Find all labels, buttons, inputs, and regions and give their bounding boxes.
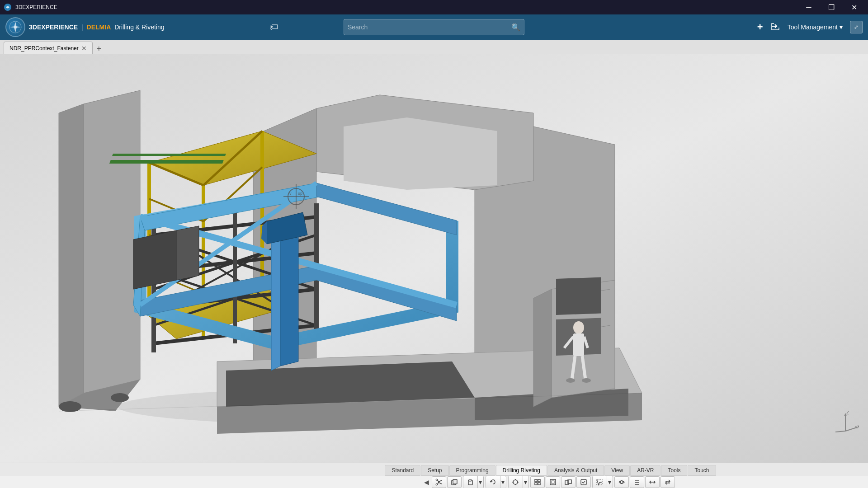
svg-rect-101 <box>568 480 571 483</box>
titlebar-title: 3DEXPERIENCE <box>15 4 57 10</box>
toolbar-tab-tools[interactable]: Tools <box>661 465 687 476</box>
tab-close-icon[interactable]: ✕ <box>81 45 87 52</box>
swap-button[interactable] <box>660 476 675 488</box>
multi-button[interactable] <box>561 476 576 488</box>
minimize-button[interactable]: ─ <box>798 0 819 14</box>
chevron-down-icon: ▾ <box>840 23 843 31</box>
app-icon <box>4 3 12 11</box>
toolbar-tab-touch[interactable]: Touch <box>688 465 716 476</box>
paste-arrow[interactable]: ▾ <box>478 476 483 488</box>
search-input[interactable] <box>348 23 511 31</box>
tool-management-dropdown[interactable]: Tool Management ▾ <box>788 23 843 31</box>
svg-point-16 <box>111 393 129 402</box>
svg-marker-12 <box>84 90 140 393</box>
frame-button[interactable] <box>546 476 560 488</box>
svg-text:up: up <box>298 191 302 196</box>
search-bar[interactable]: 🔍 <box>344 19 524 35</box>
toolbar-tab-standard[interactable]: Standard <box>385 465 420 476</box>
svg-rect-88 <box>469 479 472 481</box>
select-arrow[interactable]: ▾ <box>607 476 613 488</box>
svg-rect-99 <box>552 481 554 483</box>
restore-button[interactable]: ❐ <box>821 0 842 14</box>
share-button[interactable] <box>770 21 780 33</box>
parts-select-button[interactable] <box>576 476 591 488</box>
svg-rect-86 <box>453 479 457 484</box>
viewport[interactable]: v up Z X <box>0 54 868 463</box>
snap-group: ▾ <box>508 476 529 488</box>
svg-marker-13 <box>59 104 84 407</box>
svg-marker-54 <box>133 230 176 289</box>
axis-indicator: Z X <box>832 408 859 436</box>
undo-arrow[interactable]: ▾ <box>500 476 506 488</box>
scene-svg: v up <box>0 54 868 463</box>
toolbar-tab-arvr[interactable]: AR-VR <box>630 465 660 476</box>
view-button[interactable] <box>614 476 629 488</box>
toolbar-buttons-row: ◀ ▾ ▾ ▾ <box>0 476 868 488</box>
svg-marker-57 <box>533 289 552 407</box>
toolbar-tab-analysis[interactable]: Analysis & Output <box>547 465 604 476</box>
svg-rect-98 <box>550 479 556 485</box>
compass-logo[interactable] <box>5 17 25 37</box>
toolbar-tab-view[interactable]: View <box>604 465 630 476</box>
svg-rect-97 <box>538 483 540 485</box>
search-icon[interactable]: 🔍 <box>511 23 520 32</box>
svg-point-89 <box>513 480 518 484</box>
svg-point-62 <box>573 321 584 334</box>
svg-rect-28 <box>109 160 224 164</box>
tag-icon[interactable]: 🏷 <box>269 22 278 33</box>
svg-line-79 <box>845 427 857 431</box>
paste-group: ▾ <box>463 476 484 488</box>
svg-point-104 <box>620 481 623 483</box>
navbar-right: + Tool Management ▾ ⤢ <box>757 21 863 33</box>
svg-rect-96 <box>535 483 537 485</box>
copy-button[interactable] <box>447 476 462 488</box>
svg-rect-100 <box>565 481 569 484</box>
svg-marker-51 <box>271 226 280 371</box>
list-button[interactable] <box>630 476 644 488</box>
svg-point-68 <box>566 378 575 383</box>
svg-rect-63 <box>573 333 584 356</box>
titlebar: 3DEXPERIENCE ─ ❐ ✕ <box>0 0 868 14</box>
svg-rect-95 <box>538 479 540 482</box>
toolbar-tab-setup[interactable]: Setup <box>421 465 448 476</box>
undo-button[interactable] <box>486 476 500 488</box>
toolbar-tab-programming[interactable]: Programming <box>449 465 495 476</box>
expand-button[interactable]: ⤢ <box>850 21 863 33</box>
brand-text: 3DEXPERIENCE | DELMIA Drilling & Rivetin… <box>29 23 165 31</box>
undo-group: ▾ <box>486 476 506 488</box>
toolbar-tab-drilling[interactable]: Drilling Riveting <box>496 465 547 476</box>
tab-label: NDR_PPRContext_Fastener <box>9 45 79 52</box>
toolbar-left-arrow[interactable]: ◀ <box>424 479 429 486</box>
tab-add-button[interactable]: + <box>94 43 104 54</box>
svg-text:Z: Z <box>846 410 849 415</box>
bottom-toolbar: Standard Setup Programming Drilling Rive… <box>0 463 868 488</box>
svg-marker-50 <box>280 221 298 366</box>
svg-marker-6 <box>344 117 497 190</box>
toolbar-tabs-row: Standard Setup Programming Drilling Rive… <box>0 463 868 476</box>
select-group: ▾ <box>592 476 613 488</box>
logo-area: 3DEXPERIENCE | DELMIA Drilling & Rivetin… <box>5 17 165 37</box>
titlebar-left: 3DEXPERIENCE <box>4 3 57 11</box>
navbar: 3DEXPERIENCE | DELMIA Drilling & Rivetin… <box>0 14 868 40</box>
paste-button[interactable] <box>463 476 478 488</box>
cut-button[interactable] <box>432 476 446 488</box>
svg-text:v: v <box>289 191 292 196</box>
move-button[interactable] <box>645 476 660 488</box>
select-button[interactable] <box>593 476 607 488</box>
svg-line-82 <box>835 431 845 432</box>
svg-point-69 <box>582 378 591 383</box>
add-button[interactable]: + <box>757 21 763 33</box>
snap-button[interactable] <box>509 476 523 488</box>
svg-text:X: X <box>857 424 859 429</box>
snap-arrow[interactable]: ▾ <box>523 476 528 488</box>
svg-rect-29 <box>112 154 226 156</box>
svg-rect-94 <box>535 479 537 482</box>
titlebar-controls: ─ ❐ ✕ <box>798 0 864 14</box>
tabs-bar: NDR_PPRContext_Fastener ✕ + <box>0 40 868 54</box>
svg-rect-60 <box>556 277 601 315</box>
svg-marker-55 <box>176 226 199 280</box>
grid-button[interactable] <box>530 476 545 488</box>
close-button[interactable]: ✕ <box>844 0 864 14</box>
tab-ndr[interactable]: NDR_PPRContext_Fastener ✕ <box>4 42 93 54</box>
